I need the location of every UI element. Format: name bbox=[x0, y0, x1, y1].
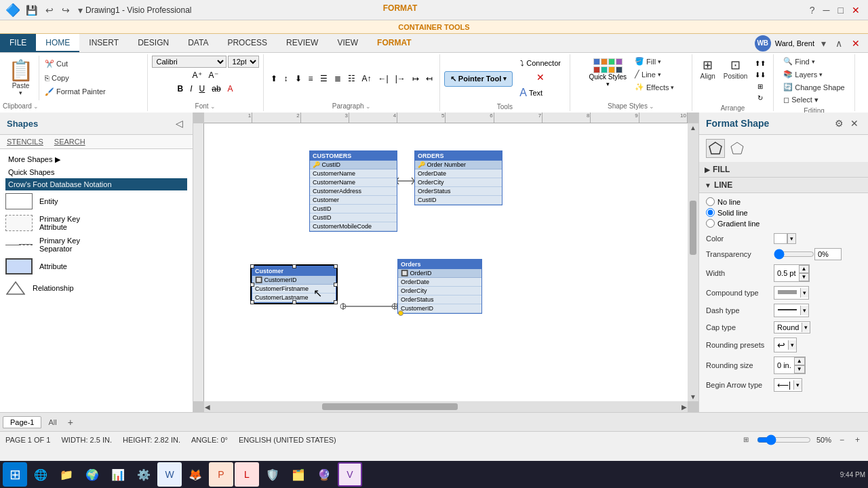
handle-mr[interactable] bbox=[334, 283, 338, 287]
strikethrough-btn[interactable]: ab bbox=[209, 83, 223, 95]
connector-button[interactable]: ⤵ Connector bbox=[515, 56, 566, 70]
pointer-dropdown-icon[interactable]: ▾ bbox=[503, 75, 507, 82]
search-tab[interactable]: SEARCH bbox=[54, 138, 85, 146]
ltr-btn[interactable]: ↦ bbox=[410, 56, 422, 101]
color-swatch[interactable] bbox=[774, 233, 787, 244]
scroll-thumb-v[interactable] bbox=[690, 201, 696, 255]
layers-dropdown[interactable]: ▾ bbox=[819, 71, 823, 78]
paste-button[interactable]: 📋 Paste ▾ bbox=[3, 56, 39, 100]
color-dropdown-btn[interactable]: ▾ bbox=[787, 233, 796, 244]
select-button[interactable]: ◻ Select ▾ bbox=[781, 94, 847, 106]
handle-bm[interactable] bbox=[292, 300, 296, 304]
scroll-horizontal[interactable]: ◀ ▶ bbox=[204, 401, 688, 412]
user-dropdown[interactable]: ▾ bbox=[818, 37, 829, 50]
bullet-list-btn[interactable]: ☷ bbox=[345, 56, 358, 101]
format-panel-close-btn[interactable]: ✕ bbox=[848, 117, 861, 130]
quick-styles-button[interactable]: Quick Styles ▾ bbox=[585, 56, 631, 90]
taskbar-powerpoint[interactable]: P bbox=[209, 462, 233, 487]
more-shapes-item[interactable]: More Shapes ▶ bbox=[5, 153, 187, 166]
dash-dropdown-arrow[interactable]: ▾ bbox=[800, 306, 808, 315]
find-dropdown[interactable]: ▾ bbox=[812, 58, 815, 65]
tab-format[interactable]: FORMAT bbox=[368, 34, 420, 52]
pointer-tool-button[interactable]: ↖ Pointer Tool ▾ bbox=[444, 71, 513, 87]
no-line-radio[interactable] bbox=[706, 197, 715, 206]
cap-type-dropdown[interactable]: Round ▾ bbox=[774, 321, 810, 333]
font-color-btn[interactable]: A bbox=[225, 83, 236, 95]
effects-dropdown[interactable]: ▾ bbox=[671, 84, 674, 91]
taskbar-chrome[interactable]: 🌍 bbox=[80, 462, 104, 487]
orders2-table[interactable]: Orders 🔲 OrderID OrderDate OrderCity Ord… bbox=[397, 259, 482, 314]
ribbon-collapse[interactable]: ∧ bbox=[833, 37, 845, 50]
group-btn[interactable]: ⊞ bbox=[752, 81, 768, 92]
align-center-btn[interactable]: ☰ bbox=[317, 56, 330, 101]
paste-dropdown[interactable]: ▾ bbox=[19, 89, 22, 96]
rotate-btn[interactable]: ↻ bbox=[752, 93, 768, 103]
start-button[interactable]: ⊞ bbox=[3, 462, 27, 487]
all-pages-btn[interactable]: All bbox=[43, 417, 62, 428]
font-increase-btn[interactable]: A⁺ bbox=[190, 69, 205, 81]
taskbar-explorer[interactable]: 📁 bbox=[54, 462, 79, 487]
align-top-btn[interactable]: ⬆ bbox=[268, 56, 280, 101]
font-decrease-btn[interactable]: A⁻ bbox=[206, 69, 221, 81]
undo-btn[interactable]: ↩ bbox=[43, 3, 56, 17]
redo-btn[interactable]: ↪ bbox=[59, 3, 73, 17]
customers-table[interactable]: CUSTOMERS 🔑 CustID CustomerName Customer… bbox=[309, 150, 397, 232]
handle-tr[interactable] bbox=[334, 264, 338, 268]
save-btn[interactable]: 💾 bbox=[23, 3, 40, 17]
text-button[interactable]: A Text bbox=[515, 84, 566, 102]
increase-indent-btn[interactable]: |→ bbox=[393, 56, 408, 101]
tab-process[interactable]: PROCESS bbox=[218, 34, 277, 52]
format-panel-settings-btn[interactable]: ⚙ bbox=[832, 117, 846, 130]
page-1-tab[interactable]: Page-1 bbox=[3, 416, 41, 428]
width-dropdown[interactable]: 0.5 pt ▲ ▼ bbox=[774, 264, 810, 282]
send-backward-btn[interactable]: ⬇⬇ bbox=[752, 70, 768, 80]
zoom-slider[interactable] bbox=[757, 434, 811, 445]
transparency-input[interactable] bbox=[814, 248, 842, 260]
orders-table[interactable]: ORDERS 🔑 Order Number OrderDate OrderCit… bbox=[414, 150, 502, 205]
begin-arrow-dropdown[interactable]: ⟵| ▾ bbox=[774, 378, 802, 392]
shape-styles-expand[interactable]: ⌄ bbox=[649, 103, 654, 110]
taskbar-media[interactable]: 🔮 bbox=[312, 462, 336, 487]
tab-insert[interactable]: INSERT bbox=[79, 34, 128, 52]
line-button[interactable]: ╱ Line ▾ bbox=[632, 68, 677, 80]
stencils-tab[interactable]: STENCILS bbox=[7, 138, 43, 146]
tab-review[interactable]: REVIEW bbox=[277, 34, 328, 52]
font-size-select[interactable]: 12pt. bbox=[228, 56, 259, 68]
italic-button[interactable]: I bbox=[187, 83, 195, 95]
font-expand[interactable]: ⌄ bbox=[210, 103, 216, 110]
effects-button[interactable]: ✨ Effects ▾ bbox=[632, 81, 677, 93]
scroll-vertical[interactable]: ▲ ▼ bbox=[688, 123, 698, 401]
rounding-presets-dropdown[interactable]: ↩ ▾ bbox=[774, 338, 797, 352]
solid-line-radio[interactable] bbox=[706, 208, 715, 217]
taskbar-visio[interactable]: V bbox=[338, 462, 362, 487]
handle-tm[interactable] bbox=[292, 264, 296, 268]
clipboard-expand[interactable]: ⌄ bbox=[33, 103, 39, 110]
taskbar-security[interactable]: 🛡️ bbox=[260, 462, 285, 487]
tab-data[interactable]: DATA bbox=[178, 34, 218, 52]
cap-dropdown-arrow[interactable]: ▾ bbox=[802, 323, 810, 332]
minimize-btn[interactable]: ─ bbox=[821, 3, 833, 17]
fill-button[interactable]: 🪣 Fill ▾ bbox=[632, 56, 677, 67]
no-line-radio-row[interactable]: No line bbox=[706, 197, 861, 206]
gradient-line-radio-row[interactable]: Gradient line bbox=[706, 219, 861, 228]
layers-button[interactable]: 📚 Layers ▾ bbox=[781, 68, 847, 80]
fill-dropdown[interactable]: ▾ bbox=[658, 58, 661, 65]
scroll-up-btn[interactable]: ▲ bbox=[689, 123, 697, 132]
dash-type-dropdown[interactable]: ▾ bbox=[774, 304, 809, 317]
align-button[interactable]: ⊞ Align bbox=[697, 56, 719, 103]
zoom-out-btn[interactable]: − bbox=[837, 434, 847, 446]
tab-design[interactable]: DESIGN bbox=[128, 34, 178, 52]
shapes-collapse-btn[interactable]: ◁ bbox=[173, 117, 186, 130]
align-bottom-btn[interactable]: ⬇ bbox=[292, 56, 304, 101]
compound-type-dropdown[interactable]: ▾ bbox=[774, 286, 809, 300]
maximize-btn[interactable]: □ bbox=[835, 3, 846, 17]
add-page-btn[interactable]: + bbox=[64, 415, 77, 429]
fit-page-btn[interactable]: ⊞ bbox=[741, 434, 751, 445]
paragraph-expand[interactable]: ⌄ bbox=[366, 103, 371, 110]
begin-arrow-dropdown-arrow[interactable]: ▾ bbox=[793, 380, 802, 390]
underline-button[interactable]: U bbox=[197, 83, 208, 95]
line-section-header[interactable]: ▼ LINE bbox=[699, 178, 868, 193]
taskbar-firefox[interactable]: 🦊 bbox=[183, 462, 208, 487]
handle-br[interactable] bbox=[334, 300, 338, 304]
quick-shapes-item[interactable]: Quick Shapes bbox=[5, 166, 187, 178]
